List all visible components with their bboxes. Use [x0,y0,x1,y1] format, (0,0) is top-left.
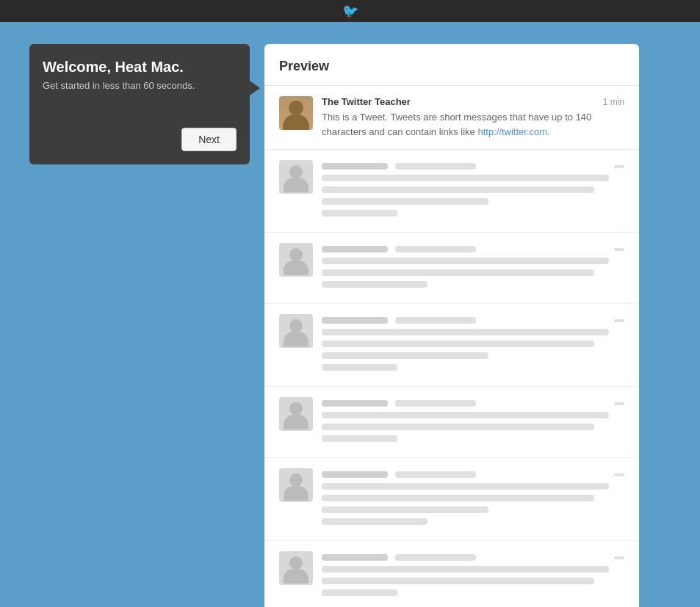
placeholder-line-3b [322,341,594,347]
placeholder-line-6c [322,589,397,596]
placeholder-line-3c [322,352,488,359]
tweet-link[interactable]: http://twitter.com [477,126,547,137]
placeholder-line-2b [322,269,594,276]
placeholder-name-2 [322,246,388,252]
placeholder-line-3a [322,329,609,335]
tweet-time: 1 min [603,97,624,107]
welcome-panel: Welcome, Heat Mac. Get started in less t… [29,44,250,164]
placeholder-line-1a [322,175,609,181]
placeholder-line-6b [322,578,594,584]
tweet-text-before: This is a Tweet. Tweets are short messag… [322,112,591,137]
placeholder-line-5c [322,506,488,513]
twitter-bird-top-icon: 🐦 [342,3,358,19]
placeholder-line-4b [322,424,594,430]
placeholder-lines-4 [322,397,624,447]
tweet-author: The Twitter Teacher [322,96,411,107]
placeholder-handle-1 [395,163,476,170]
placeholder-handle-2 [395,246,476,252]
avatar-twitter-teacher [279,96,313,130]
placeholder-tweet-6 [264,541,639,607]
placeholder-dots-5 [614,473,624,476]
main-area: Welcome, Heat Mac. Get started in less t… [0,22,700,607]
placeholder-name-4 [322,400,388,407]
placeholder-line-5d [322,518,427,525]
welcome-title: Welcome, Heat Mac. [43,59,237,76]
placeholder-tweet-1 [264,150,639,233]
placeholder-header-2 [322,246,624,252]
tweet-text-after: . [547,126,550,137]
placeholder-header-1 [322,163,624,170]
placeholder-line-2c [322,281,427,288]
placeholder-line-3d [322,364,397,371]
tweet-text: This is a Tweet. Tweets are short messag… [322,110,624,139]
placeholder-name-3 [322,317,388,324]
preview-panel: Preview The Twitter Teacher 1 min This i… [264,44,639,607]
placeholder-dots-1 [614,165,624,168]
placeholder-dots-4 [614,402,624,405]
placeholder-line-6a [322,566,609,573]
avatar-placeholder-6 [279,551,313,585]
placeholder-lines-5 [322,468,624,530]
placeholder-handle-6 [395,554,476,561]
placeholder-line-2a [322,258,609,264]
dot-5 [614,473,624,476]
placeholder-handle-4 [395,400,476,407]
first-tweet: The Twitter Teacher 1 min This is a Twee… [264,86,639,150]
avatar-placeholder-3 [279,314,313,348]
placeholder-dots-3 [614,319,624,322]
tweet-header: The Twitter Teacher 1 min [322,96,624,107]
placeholder-dots-2 [614,248,624,251]
dot-4 [614,402,624,405]
placeholder-header-3 [322,317,624,324]
tweet-content: The Twitter Teacher 1 min This is a Twee… [322,96,624,139]
preview-title: Preview [264,59,639,86]
avatar-placeholder-5 [279,468,313,502]
avatar-image [279,96,313,130]
placeholder-line-1c [322,198,488,205]
placeholder-name-6 [322,554,388,561]
placeholder-handle-5 [395,471,476,478]
placeholder-header-6 [322,554,624,561]
placeholder-line-4c [322,435,397,442]
avatar-placeholder-4 [279,397,313,431]
placeholder-lines-3 [322,314,624,376]
person-silhouette [279,96,313,130]
placeholder-dots-6 [614,556,624,559]
placeholder-name-5 [322,471,388,478]
top-bar: 🐦 [0,0,700,22]
dot-2 [614,248,624,251]
next-button[interactable]: Next [181,128,237,151]
dot-1 [614,165,624,168]
placeholder-lines-1 [322,160,624,222]
avatar-placeholder-1 [279,160,313,194]
dot-3 [614,319,624,322]
placeholder-tweet-2 [264,233,639,304]
avatar-placeholder-2 [279,243,313,277]
placeholder-lines-2 [322,243,624,293]
placeholder-tweet-3 [264,304,639,387]
dot-6 [614,556,624,559]
placeholder-lines-6 [322,551,624,601]
placeholder-header-4 [322,400,624,407]
placeholder-line-5a [322,483,609,490]
placeholder-header-5 [322,471,624,478]
placeholder-name-1 [322,163,388,170]
placeholder-tweet-4 [264,387,639,458]
placeholder-tweet-5 [264,458,639,541]
placeholder-line-4a [322,412,609,418]
placeholder-line-5b [322,495,594,501]
placeholder-handle-3 [395,317,476,324]
placeholder-line-1d [322,210,397,217]
welcome-subtitle: Get started in less than 60 seconds. [43,80,237,91]
placeholder-line-1b [322,186,594,193]
